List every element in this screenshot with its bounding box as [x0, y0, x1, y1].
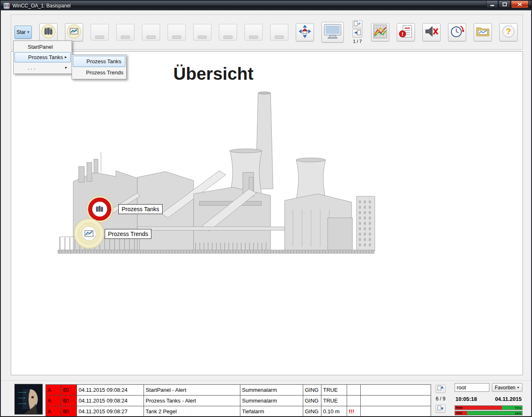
- close-button[interactable]: [511, 1, 529, 8]
- window-controls: [486, 1, 529, 8]
- toolbar-slot-empty-7[interactable]: [244, 24, 263, 41]
- trends-icon: [67, 24, 81, 41]
- system-usage: RAM 70% HDD 18%: [455, 405, 522, 416]
- status-bar: A 60 04.11.2015 09:08:24 StartPanel - Al…: [1, 380, 531, 416]
- home-navigation-button[interactable]: [296, 23, 314, 41]
- ram-usage-bar: RAM 70%: [455, 405, 522, 410]
- alarm-value: TRUE: [321, 396, 347, 406]
- maximize-icon: [503, 2, 507, 7]
- alarm-row[interactable]: A 60 04.11.2015 09:08:27 Tank 2 Pegel Ti…: [46, 406, 431, 417]
- alarm-page-indicator: 6 / 9: [436, 396, 445, 402]
- toolbar-slot-empty-5[interactable]: [193, 24, 211, 41]
- hotspot-prozess-trends[interactable]: [73, 218, 105, 249]
- start-menu-button[interactable]: Star ▼: [14, 26, 32, 39]
- page-back-icon: [354, 30, 361, 37]
- toolbar-slot-empty-1[interactable]: [91, 24, 109, 41]
- page-down-icon: [437, 405, 444, 412]
- alarm-direction: GING: [303, 406, 321, 417]
- svg-text:!: !: [402, 31, 403, 37]
- alarm-class: A: [46, 406, 61, 417]
- toolbar-slot-empty-3[interactable]: [142, 24, 160, 41]
- minimize-button[interactable]: [486, 1, 498, 8]
- menu-item-prozess-tanks[interactable]: Prozess Tanks ►: [14, 52, 71, 62]
- panel-next-button[interactable]: [352, 20, 362, 29]
- prozess-trends-button[interactable]: [65, 23, 83, 41]
- toolbar-slot-empty-4[interactable]: [168, 24, 186, 41]
- alarm-row[interactable]: A 60 04.11.2015 09:08:24 Prozess Tanks -…: [46, 396, 431, 406]
- clock-panel: 10:05:18 04.11.2015: [455, 394, 522, 404]
- app-window: WinCC_OA_1: Basispanel Star ▼: [0, 0, 532, 417]
- alarm-panel-button[interactable]: !: [397, 23, 415, 41]
- alarm-ack: [347, 396, 361, 406]
- alarm-time: 04.11.2015 09:08:24: [77, 396, 144, 406]
- monitor-icon: [324, 23, 342, 41]
- page-up-icon: [437, 385, 444, 393]
- current-date: 04.11.2015: [495, 396, 522, 402]
- chevron-down-icon: ▼: [517, 386, 520, 389]
- mute-alarm-button[interactable]: [422, 23, 441, 41]
- archive-folder-button[interactable]: [474, 23, 492, 41]
- start-menu: StartPanel Prozess Tanks ► . . . ►: [13, 41, 72, 74]
- alarm-source: Tank 2 Pegel: [144, 406, 240, 417]
- hotspot-label-prozess-tanks[interactable]: Prozess Tanks: [118, 204, 163, 214]
- svg-text:?: ?: [506, 27, 511, 36]
- trend-overview-button[interactable]: [371, 23, 389, 41]
- alarm-time: 04.11.2015 09:08:27: [77, 406, 144, 417]
- clock-icon: [450, 24, 465, 41]
- alarm-text: Summenalarm: [240, 385, 303, 396]
- hotspot-label-prozess-trends[interactable]: Prozess Trends: [105, 229, 151, 239]
- submenu-item-prozess-trends[interactable]: Prozess Trends: [73, 67, 125, 78]
- alarm-comment: [361, 396, 431, 406]
- trends-hotspot-icon: [73, 243, 105, 250]
- start-button-label: Star: [17, 29, 26, 35]
- folder-chart-icon: [475, 24, 490, 41]
- hdd-usage-bar: HDD 18%: [455, 411, 522, 415]
- alarm-time: 04.11.2015 09:08:24: [77, 385, 144, 396]
- alarm-page-up-button[interactable]: [436, 385, 446, 393]
- home-navigation-icon: [297, 24, 312, 41]
- help-icon: ?: [501, 24, 516, 41]
- monitor-button[interactable]: [321, 22, 344, 43]
- alarm-comment: [361, 406, 431, 417]
- menu-item-startpanel[interactable]: StartPanel: [14, 42, 71, 52]
- panel-page-indicator: 1 / 7: [353, 39, 362, 44]
- alarm-source: StartPanel - Alert: [144, 385, 240, 396]
- tanks-icon: [41, 24, 56, 41]
- maximize-button[interactable]: [498, 1, 510, 8]
- alarm-ack: !!!: [347, 406, 361, 417]
- help-button[interactable]: ?: [499, 23, 518, 41]
- panel-previous-button[interactable]: [352, 29, 362, 38]
- alert-list-icon: !: [398, 24, 413, 41]
- submenu-item-prozess-tanks[interactable]: Prozess Tanks: [73, 56, 125, 67]
- minimize-icon: [490, 2, 494, 7]
- toolbar-slot-empty-6[interactable]: [219, 24, 237, 41]
- chart-icon: [373, 24, 388, 41]
- close-icon: [518, 2, 522, 7]
- alarm-page-down-button[interactable]: [436, 405, 446, 413]
- alarm-text: Summenalarm: [240, 396, 303, 406]
- titlebar[interactable]: WinCC_OA_1: Basispanel: [1, 1, 531, 10]
- time-settings-button[interactable]: [448, 23, 466, 41]
- page-forward-icon: [354, 21, 361, 28]
- ram-percent: 70%: [515, 406, 521, 410]
- alarm-direction: GING: [303, 396, 321, 406]
- toolbar-slot-empty-2[interactable]: [116, 24, 134, 41]
- alarm-text: Tiefalarm: [240, 406, 303, 417]
- alarm-pager: 6 / 9: [434, 385, 447, 413]
- prozess-tanks-button[interactable]: [39, 23, 58, 41]
- alarm-class: A: [46, 396, 61, 406]
- toolbar-slot-empty-8[interactable]: [270, 24, 288, 41]
- toolbar: Star ▼: [11, 14, 523, 50]
- window-title: WinCC_OA_1: Basispanel: [12, 3, 71, 9]
- alarm-direction: GING: [303, 385, 321, 396]
- menu-item-more[interactable]: . . . ►: [14, 62, 71, 73]
- app-icon: [3, 2, 10, 9]
- alarm-value: TRUE: [321, 385, 347, 396]
- favorites-dropdown[interactable]: Favoriten ▼: [492, 383, 522, 392]
- alarm-table: A 60 04.11.2015 09:08:24 StartPanel - Al…: [46, 384, 431, 417]
- user-field[interactable]: [455, 383, 489, 392]
- hdd-percent: 18%: [515, 412, 521, 415]
- main-panel: Übersicht: [11, 51, 523, 375]
- submenu-arrow-icon: ►: [65, 62, 68, 73]
- alarm-row[interactable]: A 60 04.11.2015 09:08:24 StartPanel - Al…: [46, 385, 431, 396]
